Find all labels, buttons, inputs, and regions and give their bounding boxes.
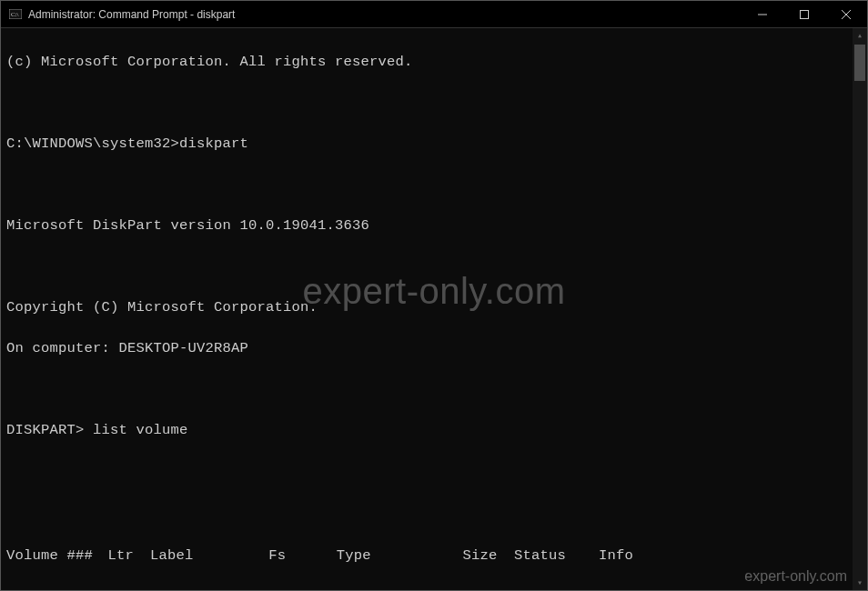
blank	[6, 256, 862, 276]
prompt-cmd: diskpart	[179, 135, 248, 152]
dp-version: Microsoft DiskPart version 10.0.19041.36…	[6, 215, 862, 235]
svg-rect-3	[801, 11, 809, 19]
dp-prompt: DISKPART>	[6, 422, 85, 438]
cmd-text: list volume	[93, 422, 188, 438]
close-button[interactable]	[825, 1, 867, 28]
blank	[6, 379, 862, 399]
minimize-button[interactable]	[742, 1, 783, 28]
th-volume: Volume ###	[6, 546, 108, 566]
blank	[6, 93, 862, 113]
maximize-button[interactable]	[783, 1, 825, 28]
dp-list-cmd: DISKPART> list volume	[6, 420, 862, 440]
window-controls	[742, 1, 867, 27]
prompt-path: C:\WINDOWS\system32>	[6, 135, 179, 152]
cmd-icon: C:\	[8, 7, 23, 22]
th-type: Type	[337, 546, 439, 566]
scroll-down-icon[interactable]: ▾	[853, 576, 867, 590]
blank	[6, 461, 862, 481]
copyright-line: (c) Microsoft Corporation. All rights re…	[6, 52, 862, 72]
volume-table: Volume ###LtrLabelFsTypeSizeStatusInfo -…	[6, 505, 862, 590]
th-status: Status	[514, 546, 599, 566]
scroll-thumb[interactable]	[854, 45, 865, 81]
scroll-up-icon[interactable]: ▴	[853, 28, 867, 43]
th-label: Label	[150, 546, 268, 566]
scrollbar[interactable]: ▴ ▾	[853, 28, 867, 590]
window-title: Administrator: Command Prompt - diskpart	[28, 8, 742, 21]
table-header: Volume ###LtrLabelFsTypeSizeStatusInfo	[6, 546, 862, 566]
titlebar[interactable]: C:\ Administrator: Command Prompt - disk…	[1, 1, 867, 28]
blank	[6, 175, 862, 195]
th-fs: Fs	[268, 546, 336, 566]
terminal-output[interactable]: (c) Microsoft Corporation. All rights re…	[1, 28, 867, 590]
prompt-diskpart: C:\WINDOWS\system32>diskpart	[6, 134, 862, 154]
th-ltr: Ltr	[108, 546, 151, 566]
dp-copyright: Copyright (C) Microsoft Corporation.	[6, 297, 862, 317]
th-size: Size	[438, 546, 514, 566]
dp-computer: On computer: DESKTOP-UV2R8AP	[6, 338, 862, 358]
svg-text:C:\: C:\	[11, 11, 19, 18]
th-info: Info	[599, 546, 666, 566]
